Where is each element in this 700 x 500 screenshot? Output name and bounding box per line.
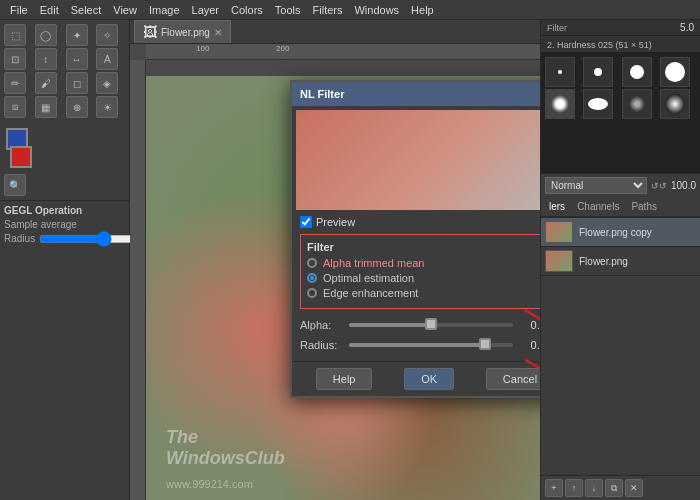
brush-6[interactable] [583, 89, 613, 119]
layer-thumb-1 [545, 250, 573, 272]
tool-ellipse-select[interactable]: ◯ [35, 24, 57, 46]
radio-alpha-trimmed-btn[interactable] [307, 258, 317, 268]
preview-checkbox[interactable] [300, 216, 312, 228]
layer-del-btn[interactable]: ✕ [625, 479, 643, 497]
gegl-panel: GEGL Operation Sample average Radius 3 [0, 200, 129, 248]
hardness-label: 2. Hardness 025 (51 × 51) [547, 40, 652, 50]
canvas-area: 🖼 Flower.png ✕ 100 200 The WindowsClub w… [130, 20, 540, 500]
tool-zoom[interactable]: 🔍 [4, 174, 26, 196]
tool-text[interactable]: A [96, 48, 118, 70]
color-swatches [0, 122, 129, 170]
alpha-slider-track[interactable] [349, 323, 513, 327]
radio-alpha-trimmed: Alpha trimmed mean [307, 257, 540, 269]
blend-mode-select[interactable]: Normal [545, 177, 647, 194]
opacity-value: 100.0 [671, 180, 696, 191]
tool-fuzzy-select[interactable]: ✧ [96, 24, 118, 46]
nl-filter-dialog: NL Filter ✕ Preview Filter Alpha trimmed… [290, 80, 540, 398]
tool-pencil[interactable]: ✏ [4, 72, 26, 94]
menu-file[interactable]: File [4, 2, 34, 18]
brush-4[interactable] [660, 57, 690, 87]
menu-edit[interactable]: Edit [34, 2, 65, 18]
ok-button[interactable]: OK [404, 368, 454, 390]
canvas-header: 🖼 Flower.png ✕ [130, 20, 540, 44]
menu-layer[interactable]: Layer [186, 2, 226, 18]
layer-dup-btn[interactable]: ⧉ [605, 479, 623, 497]
radio-edge-label: Edge enhancement [323, 287, 418, 299]
alpha-value: 0.50 [517, 319, 540, 331]
layer-thumb-inner-0 [546, 222, 572, 242]
tool-clone[interactable]: ⊕ [66, 96, 88, 118]
brush-size-value: 5.0 [680, 22, 694, 33]
radius-slider-thumb[interactable] [479, 338, 491, 350]
brush-1[interactable] [545, 57, 575, 87]
canvas-tab[interactable]: 🖼 Flower.png ✕ [134, 20, 231, 43]
canvas-close[interactable]: ✕ [214, 27, 222, 38]
layer-new-btn[interactable]: + [545, 479, 563, 497]
tool-crop[interactable]: ⊡ [4, 48, 26, 70]
watermark-url: www.999214.com [166, 478, 253, 490]
layer-item-1[interactable]: Flower.png [541, 247, 700, 276]
radio-edge: Edge enhancement [307, 287, 540, 299]
menu-image[interactable]: Image [143, 2, 186, 18]
menu-view[interactable]: View [107, 2, 143, 18]
slider-section: Alpha: 0.50 ▲ ▼ Radius: [292, 313, 540, 361]
menubar: File Edit Select View Image Layer Colors… [0, 0, 700, 20]
brush-2[interactable] [583, 57, 613, 87]
radio-edge-btn[interactable] [307, 288, 317, 298]
brush-5[interactable] [545, 89, 575, 119]
tool-bucket-fill[interactable]: ⧇ [4, 96, 26, 118]
menu-colors[interactable]: Colors [225, 2, 269, 18]
tool-paintbrush[interactable]: 🖌 [35, 72, 57, 94]
help-button[interactable]: Help [316, 368, 373, 390]
radio-optimal-btn[interactable] [307, 273, 317, 283]
layer-name-0: Flower.png copy [579, 227, 696, 238]
radius-slider-row: Radius: 0.83 ▲ ▼ [300, 337, 540, 353]
nl-filter-titlebar: NL Filter ✕ [292, 82, 540, 106]
filter-section: Filter Alpha trimmed mean Optimal estima… [300, 234, 540, 309]
tool-rect-select[interactable]: ⬚ [4, 24, 26, 46]
menu-tools[interactable]: Tools [269, 2, 307, 18]
alpha-slider-row: Alpha: 0.50 ▲ ▼ [300, 317, 540, 333]
dialog-buttons: Help OK Cancel [292, 361, 540, 396]
layer-name-1: Flower.png [579, 256, 696, 267]
gegl-sample: Sample average [4, 219, 125, 230]
tab-layers[interactable]: lers [545, 199, 569, 214]
layers-header: lers Channels Paths [541, 197, 700, 217]
preview-label-row: Preview [292, 214, 540, 230]
brush-7[interactable] [622, 89, 652, 119]
tool-free-select[interactable]: ✦ [66, 24, 88, 46]
menu-filters[interactable]: Filters [307, 2, 349, 18]
tab-paths[interactable]: Paths [627, 199, 661, 214]
tool-transform[interactable]: ↕ [35, 48, 57, 70]
gegl-radius-label: Radius [4, 233, 35, 244]
radius-value: 0.83 [517, 339, 540, 351]
radius-slider-track[interactable] [349, 343, 513, 347]
tool-flip[interactable]: ↔ [66, 48, 88, 70]
tool-eraser[interactable]: ◻ [66, 72, 88, 94]
radius-slider-fill [349, 343, 485, 347]
nl-filter-title: NL Filter [300, 88, 344, 100]
background-color[interactable] [10, 146, 32, 168]
layer-item-0[interactable]: Flower.png copy [541, 218, 700, 247]
brush-8[interactable] [660, 89, 690, 119]
tab-channels[interactable]: Channels [573, 199, 623, 214]
alpha-slider-thumb[interactable] [425, 318, 437, 330]
canvas-thumbnail: 🖼 [143, 24, 157, 40]
layer-raise-btn[interactable]: ↑ [565, 479, 583, 497]
filter-top-info: Filter 5.0 [541, 20, 700, 36]
radio-optimal-label: Optimal estimation [323, 272, 414, 284]
tool-airbrush[interactable]: ◈ [96, 72, 118, 94]
tool-dodge[interactable]: ☀ [96, 96, 118, 118]
menu-windows[interactable]: Windows [348, 2, 405, 18]
ruler-horizontal: 100 200 [146, 44, 540, 60]
menu-select[interactable]: Select [65, 2, 108, 18]
radio-alpha-trimmed-label: Alpha trimmed mean [323, 257, 425, 269]
brush-3[interactable] [622, 57, 652, 87]
menu-help[interactable]: Help [405, 2, 440, 18]
tool-gradient[interactable]: ▦ [35, 96, 57, 118]
layer-lower-btn[interactable]: ↓ [585, 479, 603, 497]
layers-panel: Flower.png copy Flower.png [541, 217, 700, 475]
preview-image [296, 110, 540, 210]
canvas-tab-label: Flower.png [161, 27, 210, 38]
cancel-button[interactable]: Cancel [486, 368, 540, 390]
